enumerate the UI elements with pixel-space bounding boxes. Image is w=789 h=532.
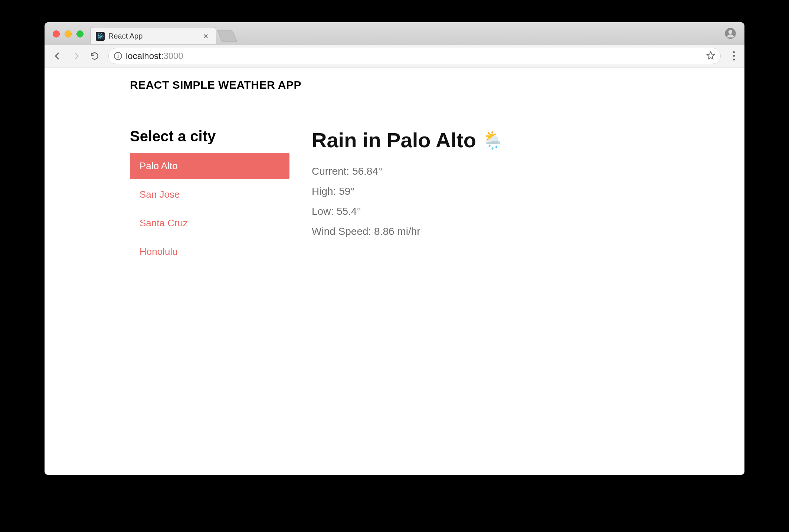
browser-toolbar: i localhost:3000: [45, 45, 744, 68]
stat-current: Current: 56.84°: [312, 165, 744, 177]
window-zoom-button[interactable]: [76, 30, 84, 37]
tab-title: React App: [108, 32, 198, 40]
city-item-santa-cruz[interactable]: Santa Cruz: [130, 210, 289, 236]
stat-wind: Wind Speed: 8.86 mi/hr: [312, 226, 744, 237]
window-minimize-button[interactable]: [65, 30, 72, 37]
city-item-honolulu[interactable]: Honolulu: [130, 239, 289, 265]
sidebar-heading: Select a city: [130, 128, 289, 145]
city-sidebar: Select a city Palo Alto San Jose Santa C…: [130, 128, 289, 267]
site-info-icon[interactable]: i: [114, 52, 122, 60]
back-button[interactable]: [50, 48, 65, 64]
headline-text: Rain in Palo Alto: [312, 128, 476, 152]
browser-window: React App ✕ i localhost:3000 REACT SI: [45, 22, 744, 475]
tab-close-button[interactable]: ✕: [202, 32, 210, 41]
browser-tab-bar: React App ✕: [45, 22, 744, 45]
app-title: REACT SIMPLE WEATHER APP: [130, 79, 744, 91]
profile-icon[interactable]: [724, 27, 736, 41]
forward-button[interactable]: [68, 48, 84, 64]
browser-menu-button[interactable]: [727, 48, 741, 64]
page-viewport: REACT SIMPLE WEATHER APP Select a city P…: [45, 68, 744, 475]
weather-details: Rain in Palo Alto 🌦️ Current: 56.84° Hig…: [312, 128, 744, 267]
app-header: REACT SIMPLE WEATHER APP: [45, 68, 744, 102]
reload-button[interactable]: [87, 48, 102, 64]
url-port: 3000: [163, 51, 183, 61]
react-favicon-icon: [96, 32, 105, 41]
url-text: localhost:3000: [126, 51, 183, 61]
weather-headline: Rain in Palo Alto 🌦️: [312, 128, 744, 152]
app-body: Select a city Palo Alto San Jose Santa C…: [45, 102, 744, 267]
weather-icon: 🌦️: [482, 132, 503, 149]
url-host: localhost:: [126, 51, 163, 61]
window-close-button[interactable]: [53, 30, 60, 37]
bookmark-star-icon[interactable]: [706, 51, 715, 61]
city-list: Palo Alto San Jose Santa Cruz Honolulu: [130, 153, 289, 265]
browser-tab[interactable]: React App ✕: [90, 27, 216, 44]
stat-low: Low: 55.4°: [312, 206, 744, 217]
svg-point-5: [729, 30, 733, 34]
stat-high: High: 59°: [312, 185, 744, 197]
city-item-palo-alto[interactable]: Palo Alto: [130, 153, 289, 179]
city-item-san-jose[interactable]: San Jose: [130, 181, 289, 208]
svg-point-0: [99, 36, 101, 37]
new-tab-button[interactable]: [217, 30, 238, 42]
address-bar[interactable]: i localhost:3000: [108, 48, 721, 64]
window-controls: [53, 30, 84, 37]
